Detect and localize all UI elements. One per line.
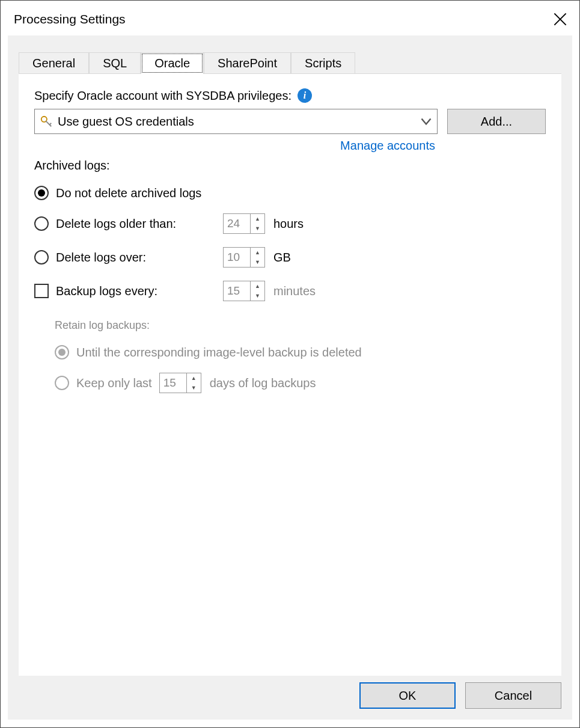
tab-strip: General SQL Oracle SharePoint Scripts — [19, 47, 561, 74]
radio-older-than[interactable] — [34, 216, 49, 231]
radio-keep-last-prefix: Keep only last — [76, 376, 152, 390]
spinner-arrows-icon[interactable]: ▲▼ — [250, 214, 264, 233]
backup-every-value[interactable] — [224, 281, 250, 301]
logs-over-unit: GB — [273, 251, 291, 265]
older-than-unit: hours — [273, 217, 304, 231]
logs-over-spinner[interactable]: ▲▼ — [223, 247, 265, 268]
titlebar: Processing Settings — [1, 1, 579, 35]
oracle-account-label: Specify Oracle account with SYSDBA privi… — [34, 89, 292, 103]
window-title: Processing Settings — [14, 12, 126, 26]
tab-sharepoint[interactable]: SharePoint — [204, 52, 291, 74]
tab-scripts[interactable]: Scripts — [291, 52, 355, 74]
tab-general[interactable]: General — [19, 52, 89, 74]
checkbox-backup-every-label: Backup logs every: — [56, 284, 223, 298]
radio-logs-over-label: Delete logs over: — [56, 251, 223, 265]
backup-every-unit: minutes — [273, 284, 316, 298]
spinner-arrows-icon[interactable]: ▲▼ — [250, 281, 264, 301]
keep-last-spinner: ▲▼ — [159, 373, 201, 393]
cancel-button[interactable]: Cancel — [465, 682, 561, 709]
older-than-spinner[interactable]: ▲▼ — [223, 213, 265, 234]
archived-logs-label: Archived logs: — [34, 159, 546, 173]
logs-over-value[interactable] — [224, 248, 250, 267]
radio-retain-until — [55, 345, 69, 359]
tab-panel-oracle: Specify Oracle account with SYSDBA privi… — [19, 73, 561, 676]
client-area: General SQL Oracle SharePoint Scripts Sp… — [8, 35, 572, 720]
radio-older-than-label: Delete logs older than: — [56, 217, 223, 231]
key-icon — [40, 115, 53, 128]
radio-no-delete-label: Do not delete archived logs — [56, 186, 201, 200]
keep-last-value — [160, 373, 186, 393]
ok-button[interactable]: OK — [359, 682, 456, 709]
checkbox-backup-every[interactable] — [34, 284, 49, 298]
radio-logs-over[interactable] — [34, 250, 49, 265]
info-icon[interactable]: i — [298, 88, 312, 103]
chevron-down-icon[interactable] — [419, 114, 433, 129]
close-icon[interactable] — [552, 11, 569, 28]
retain-log-backups-label: Retain log backups: — [55, 319, 546, 332]
tab-sql[interactable]: SQL — [89, 52, 141, 74]
spinner-arrows-icon[interactable]: ▲▼ — [250, 248, 264, 267]
add-button[interactable]: Add... — [447, 109, 546, 134]
radio-retain-until-label: Until the corresponding image-level back… — [76, 346, 362, 359]
backup-every-spinner[interactable]: ▲▼ — [223, 281, 265, 301]
older-than-value[interactable] — [224, 214, 250, 233]
radio-keep-last — [55, 376, 69, 390]
tab-oracle[interactable]: Oracle — [141, 52, 204, 74]
manage-accounts-link[interactable]: Manage accounts — [34, 139, 546, 153]
radio-keep-last-suffix: days of log backups — [210, 376, 316, 390]
processing-settings-window: Processing Settings General SQL Oracle S… — [0, 0, 580, 728]
spinner-arrows-icon: ▲▼ — [186, 373, 201, 393]
svg-line-4 — [50, 123, 52, 125]
dialog-footer: OK Cancel — [359, 682, 561, 709]
oracle-account-value: Use guest OS credentials — [58, 115, 194, 129]
oracle-account-combo[interactable]: Use guest OS credentials — [34, 109, 438, 134]
radio-no-delete[interactable] — [34, 186, 49, 200]
